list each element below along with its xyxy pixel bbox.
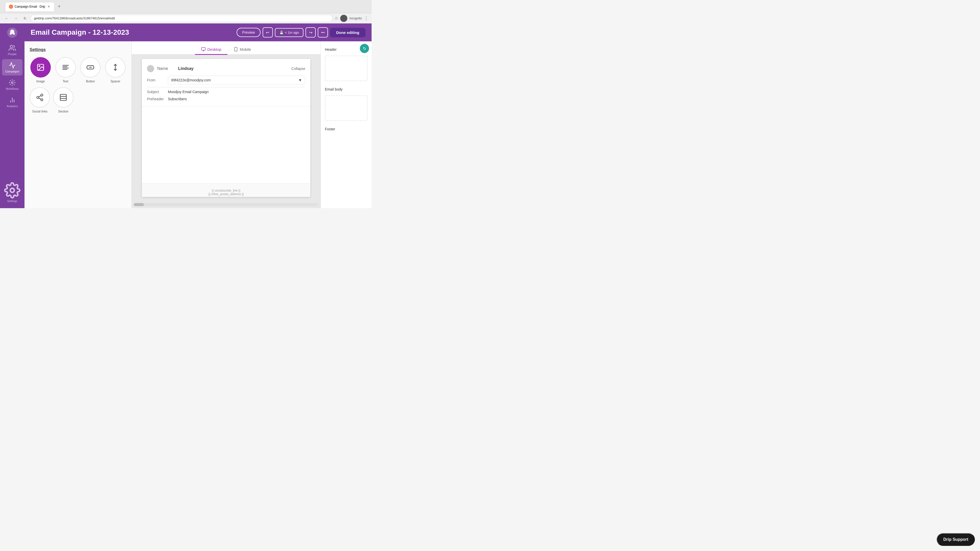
save-label: < 1m ago [285, 30, 299, 35]
done-editing-button[interactable]: Done editing [330, 28, 366, 37]
social-links-block-label: Social links [32, 110, 48, 113]
text-block-icon [56, 57, 76, 78]
bookmark-icon[interactable]: ☆ [334, 16, 338, 21]
text-block-label: Text [63, 79, 68, 83]
from-value: 89f4222e@moodjoy.com [171, 78, 211, 82]
avatar [147, 65, 154, 72]
email-body-section-box [325, 95, 368, 121]
workflows-label: Workflows [6, 87, 19, 90]
from-label: From [147, 78, 165, 82]
redo-icon: ↪ [309, 30, 312, 35]
preheader-label: Preheader [147, 97, 165, 101]
preview-button[interactable]: Preview [237, 28, 261, 37]
email-footer: {{ unsubscribe_link }} {{ inline_postal_… [142, 183, 310, 197]
content-area: Settings Image [24, 41, 372, 208]
email-body-area [142, 107, 310, 183]
block-grid-row1: Image Text [30, 57, 126, 83]
svg-line-23 [38, 96, 41, 97]
redo-button[interactable]: ↪ [305, 27, 316, 38]
sidebar-item-campaigns[interactable]: Campaigns [2, 59, 22, 76]
svg-line-22 [38, 98, 41, 99]
incognito-label: Incognito [349, 17, 362, 20]
right-panel: ↻ Header Email body Footer [321, 41, 372, 208]
sidebar-item-settings[interactable]: Settings [2, 179, 22, 205]
image-block-icon [30, 57, 51, 78]
collapse-button[interactable]: Collapse [291, 67, 305, 71]
image-block-label: Image [36, 79, 45, 83]
app-container: People Campaigns Workflows Analytics [0, 24, 372, 208]
address-bar-row: ← → ↻ getdrip.com/7641396/broadcasts/318… [0, 13, 372, 24]
refresh-btn[interactable]: ↻ [21, 15, 29, 22]
block-item-text[interactable]: Text [55, 57, 76, 83]
settings-label: Settings [7, 200, 18, 203]
mobile-tab-label: Mobile [240, 47, 251, 52]
svg-point-9 [10, 188, 14, 192]
tab-mobile[interactable]: Mobile [228, 44, 257, 55]
settings-title[interactable]: Settings [30, 48, 126, 52]
name-label: Name [157, 66, 175, 71]
block-item-social-links[interactable]: Social links [30, 87, 50, 113]
browser-chrome: D Campaign Email · Drip ✕ + [0, 0, 372, 13]
url-text: getdrip.com/7641396/broadcasts/318674615… [34, 16, 115, 20]
undo-icon: ↩ [266, 30, 269, 35]
email-canvas-area: Name Lindsay Collapse From 89f4222e@mood… [132, 55, 321, 201]
header-section-box [325, 56, 368, 81]
svg-point-20 [37, 97, 39, 98]
subject-label: Subject [147, 90, 165, 94]
tab-close-btn[interactable]: ✕ [47, 5, 51, 9]
sidebar-item-analytics[interactable]: Analytics [2, 94, 22, 110]
tab-title: Campaign Email · Drip [14, 5, 45, 8]
left-panel: Settings Image [24, 41, 132, 208]
svg-point-21 [41, 99, 43, 101]
button-block-icon [80, 57, 100, 78]
email-canvas: Name Lindsay Collapse From 89f4222e@mood… [142, 59, 310, 197]
from-dropdown[interactable]: 89f4222e@moodjoy.com ▼ [168, 76, 305, 84]
svg-point-19 [41, 94, 43, 96]
svg-point-3 [13, 33, 15, 35]
more-options-button[interactable]: ••• [318, 27, 328, 38]
preheader-row: Preheader Subscribers [147, 95, 305, 103]
block-grid-row2: Social links Section [30, 87, 126, 113]
new-tab-btn[interactable]: + [56, 3, 63, 10]
browser-more-btn[interactable]: ⋮ [364, 16, 369, 21]
sidebar-item-people[interactable]: People [2, 42, 22, 58]
button-block-label: Button [86, 79, 95, 83]
tab-desktop[interactable]: Desktop [195, 44, 228, 55]
chevron-down-icon: ▼ [298, 78, 302, 82]
profile-btn[interactable] [340, 15, 347, 22]
block-item-section[interactable]: Section [53, 87, 73, 113]
email-editor: Desktop Mobile [132, 41, 321, 208]
browser-actions: ☆ Incognito ⋮ [334, 15, 369, 22]
sidebar-item-workflows[interactable]: Workflows [2, 76, 22, 93]
undo-button[interactable]: ↩ [262, 27, 273, 38]
more-icon: ••• [321, 30, 325, 35]
section-block-icon [53, 87, 73, 108]
people-label: People [8, 52, 17, 56]
forward-btn[interactable]: → [12, 15, 19, 22]
email-settings-header: Name Lindsay Collapse From 89f4222e@mood… [142, 59, 310, 107]
footer-section-label: Footer [325, 125, 368, 133]
spacer-block-label: Spacer [110, 79, 120, 83]
active-tab[interactable]: D Campaign Email · Drip ✕ [5, 2, 55, 11]
subject-value: Moodjoy Email Campaign [168, 90, 305, 94]
email-body-section-label: Email body [325, 85, 368, 94]
save-icon: 💾 [280, 30, 283, 35]
save-button[interactable]: 💾 < 1m ago [275, 28, 304, 37]
scrollbar-thumb [134, 203, 144, 206]
tab-bar: D Campaign Email · Drip ✕ + [5, 0, 369, 13]
horizontal-scrollbar[interactable] [134, 203, 318, 206]
address-bar[interactable]: getdrip.com/7641396/broadcasts/318674615… [30, 15, 332, 22]
block-item-button[interactable]: Button [80, 57, 102, 83]
analytics-label: Analytics [6, 105, 18, 108]
left-sidebar: People Campaigns Workflows Analytics [0, 24, 24, 208]
drip-logo[interactable] [6, 27, 18, 39]
block-item-image[interactable]: Image [30, 57, 52, 83]
back-btn[interactable]: ← [3, 15, 10, 22]
svg-point-2 [10, 33, 12, 35]
header-bar: Email Campaign - 12-13-2023 Preview ↩ 💾 … [24, 24, 372, 41]
block-item-spacer[interactable]: Spacer [104, 57, 126, 83]
subject-row: Subject Moodjoy Email Campaign [147, 88, 305, 95]
campaigns-label: Campaigns [5, 70, 19, 73]
preheader-value: Subscribers [168, 97, 305, 101]
refresh-icon-btn[interactable]: ↻ [360, 44, 369, 53]
